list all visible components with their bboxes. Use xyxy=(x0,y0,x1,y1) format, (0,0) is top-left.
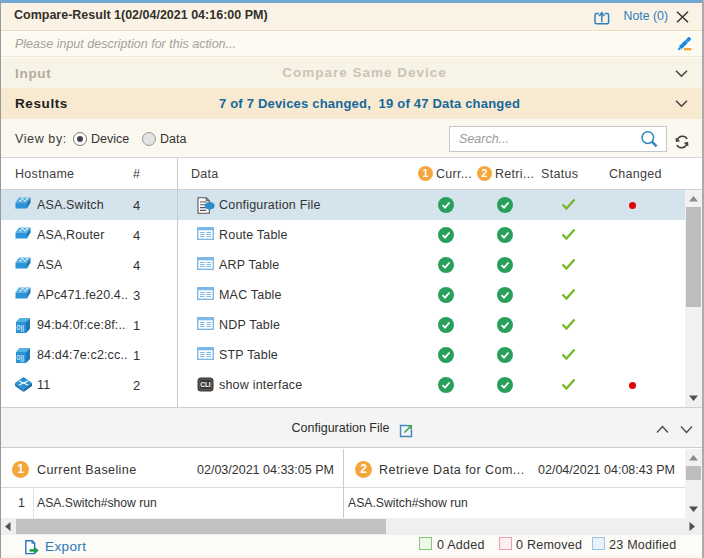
svg-text:0||: 0|| xyxy=(17,354,25,362)
svg-text:CLI: CLI xyxy=(200,381,211,388)
svg-text:0||: 0|| xyxy=(17,324,25,332)
